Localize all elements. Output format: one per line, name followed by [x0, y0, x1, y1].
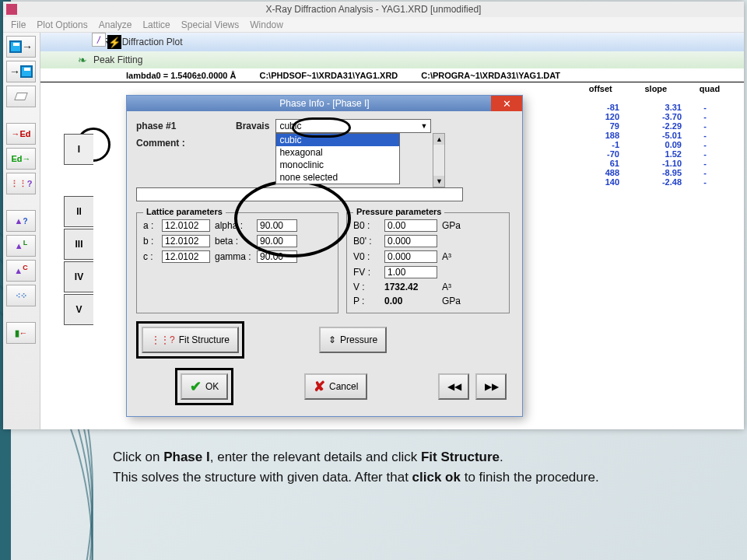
app-window: X-Ray Diffraction Analysis - YAG1.XRD [u… [3, 2, 744, 429]
menu-window[interactable]: Window [250, 19, 283, 30]
dat-path: C:\PROGRA~1\XRDA31\YAG1.DAT [421, 71, 560, 80]
ok-button[interactable]: ✔ OK [181, 373, 228, 400]
annotation-oval-lattice [234, 180, 351, 257]
import-save-button[interactable]: → [6, 61, 36, 82]
annotation-box-ok: ✔ OK [175, 368, 233, 405]
phase-label: phase #1 [136, 121, 230, 131]
pressure-legend: Pressure parameters [353, 207, 444, 216]
plot-toggle-icon[interactable]: 〳 [92, 33, 106, 47]
table-row: 140-2.48- [565, 177, 744, 187]
table-row: -701.52- [565, 149, 744, 159]
table-row: 79-2.29- [565, 121, 744, 131]
fit-title-bar: ❧ Peak Fitting [40, 51, 744, 68]
peak-left-button[interactable]: ▲L [6, 235, 36, 257]
bolt-icon: ⚡ [107, 35, 121, 49]
table-row: 188-5.01- [565, 131, 744, 140]
c-input[interactable]: 12.0102 [162, 250, 210, 263]
peak-center-button[interactable]: ▲C [6, 260, 36, 282]
bravais-label: Bravais [236, 121, 269, 131]
title-bar: X-Ray Diffraction Analysis - YAG1.XRD [u… [3, 2, 744, 17]
ed-export-button[interactable]: Ed→ [6, 148, 36, 170]
fit-structure-button[interactable]: ⋮⋮? Fit Structure [142, 327, 239, 353]
bravais-option-none[interactable]: none selected [276, 171, 399, 184]
menu-plot-options[interactable]: Plot Options [37, 19, 87, 30]
eraser-icon [14, 93, 28, 100]
next-button[interactable]: ▶▶ [475, 373, 507, 400]
phase-info-dialog: Phase Info - [Phase I] ✕ phase #1 Bravai… [126, 95, 523, 417]
col-quad: quad [700, 84, 720, 93]
forward-icon: ▶▶ [485, 381, 499, 392]
menu-analyze[interactable]: Analyze [99, 19, 132, 30]
table-row: 120-3.70- [565, 112, 744, 121]
menu-special-views[interactable]: Special Views [181, 19, 239, 30]
floppy-icon [20, 65, 33, 78]
plot-title-bar: ⚡ Ray Diffraction Plot [40, 33, 744, 51]
cancel-button[interactable]: ✘ Cancel [304, 373, 367, 400]
peak-info-button[interactable]: ▲? [6, 210, 36, 232]
comment-label: Comment : [136, 138, 198, 149]
instruction-text: Click on Phase I, enter the relevant det… [113, 447, 704, 487]
table-row: 61-1.10- [565, 159, 744, 168]
pressure-group: Pressure parameters B0 :0.00GPa B0' :0.0… [346, 212, 510, 313]
data-table: -813.31- 120-3.70- 79-2.29- 188-5.01- -1… [565, 103, 744, 187]
dropdown-scrollbar[interactable]: ▲▼ [433, 133, 445, 187]
scatter-button[interactable]: ⁖⁘ [6, 285, 36, 306]
a-input[interactable]: 12.0102 [162, 219, 210, 232]
v0-input[interactable]: 0.000 [384, 250, 437, 263]
app-icon [6, 4, 17, 15]
rewind-icon: ◀◀ [447, 381, 461, 392]
phase-tab-4[interactable]: IV [64, 261, 93, 292]
annotation-box-fit: ⋮⋮? Fit Structure [136, 321, 244, 359]
save-export-button[interactable]: → [6, 36, 36, 58]
fv-input[interactable]: 1.00 [384, 266, 437, 278]
main-panel: 〳 ⚡ Ray Diffraction Plot ❧ Peak Fitting … [40, 33, 744, 429]
b0p-input[interactable]: 0.000 [384, 235, 437, 247]
b0-input[interactable]: 0.00 [384, 219, 437, 232]
phase-tab-5[interactable]: V [64, 294, 93, 325]
dialog-close-button[interactable]: ✕ [491, 96, 522, 111]
table-row: 488-8.95- [565, 168, 744, 177]
eraser-button[interactable] [6, 86, 36, 107]
vertical-toolbar: → → →Ed Ed→ ⋮⋮? ▲? ▲L ▲C ⁖⁘ ▮← [3, 33, 40, 429]
col-offset: offset [589, 84, 612, 93]
prev-button[interactable]: ◀◀ [438, 373, 469, 400]
check-icon: ✔ [190, 378, 202, 395]
ed-import-button[interactable]: →Ed [6, 123, 36, 145]
info-row: lambda0 = 1.5406±0.0000 Å C:\PHDSOF~1\XR… [40, 68, 744, 82]
phase-tab-3[interactable]: III [64, 229, 93, 260]
pressure-button[interactable]: ⇕ Pressure [319, 327, 387, 353]
menu-bar: File Plot Options Analyze Lattice Specia… [3, 17, 744, 33]
pressure-icon: ⇕ [328, 334, 336, 345]
table-row: -813.31- [565, 103, 744, 112]
phase-tab-2[interactable]: II [64, 196, 93, 227]
lambda-label: lambda0 = 1.5406±0.0000 Å [126, 71, 237, 80]
menu-file[interactable]: File [11, 19, 26, 30]
table-row: -10.09- [565, 140, 744, 149]
lattice-legend: Lattice parameters [143, 207, 226, 216]
structure-help-button[interactable]: ⋮⋮? [6, 173, 36, 194]
bravais-option-monoclinic[interactable]: monoclinic [276, 159, 399, 171]
menu-lattice[interactable]: Lattice [142, 19, 170, 30]
column-headers: offset slope quad [573, 84, 736, 93]
x-icon: ✘ [314, 378, 325, 395]
phase-tabs: I II III IV V [64, 149, 95, 327]
floppy-icon [9, 40, 22, 53]
exit-button[interactable]: ▮← [6, 322, 36, 344]
col-slope: slope [644, 84, 667, 93]
annotation-oval-bravais [292, 117, 351, 138]
b-input[interactable]: 12.0102 [162, 235, 210, 247]
window-title: X-Ray Diffraction Analysis - YAG1.XRD [u… [266, 4, 482, 15]
leaf-icon: ❧ [78, 54, 87, 66]
dialog-title: Phase Info - [Phase I] [279, 98, 369, 109]
bravais-dropdown-list: cubic hexagonal monoclinic none selected [275, 133, 400, 184]
fit-title: Peak Fitting [93, 54, 142, 65]
p-value: 0.00 [384, 296, 437, 306]
v-value: 1732.42 [384, 282, 437, 292]
xrd-path: C:\PHDSOF~1\XRDA31\YAG1.XRD [260, 71, 398, 80]
dialog-title-bar: Phase Info - [Phase I] ✕ [127, 96, 522, 111]
lattice-icon: ⋮⋮? [151, 334, 175, 345]
bravais-option-hexagonal[interactable]: hexagonal [276, 146, 399, 159]
phase-tab-1[interactable]: I [64, 134, 93, 165]
